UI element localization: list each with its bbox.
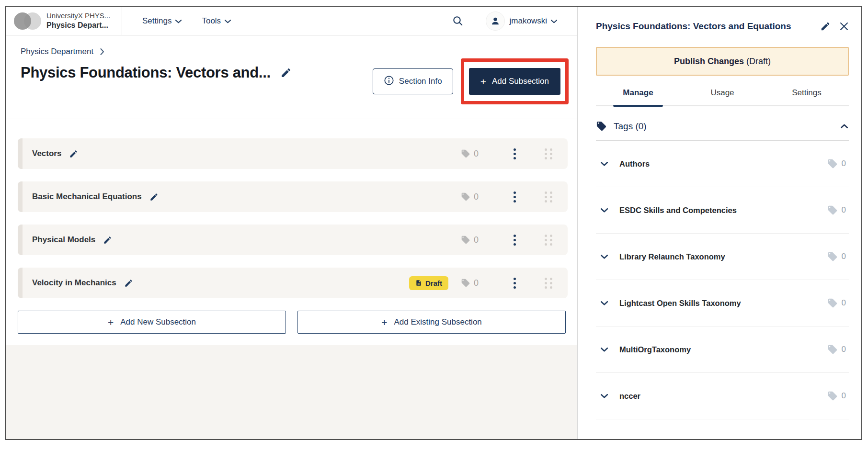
section-info-button[interactable]: Section Info	[373, 68, 453, 94]
top-navigation-bar: UniversityX PHYS... Physics Depart... Se…	[6, 7, 577, 35]
org-name: UniversityX PHYS...	[46, 11, 110, 21]
publish-draft-suffix: (Draft)	[744, 56, 771, 66]
taxonomy-row: nccer 0	[596, 373, 849, 419]
taxonomy-label: nccer	[619, 392, 827, 401]
taxonomy-count-value: 0	[842, 345, 846, 354]
chevron-down-icon[interactable]	[600, 393, 609, 399]
row-options-kebab-icon[interactable]	[510, 233, 520, 248]
tags-section-header: Tags (0)	[596, 121, 849, 141]
edit-subsection-icon[interactable]	[149, 192, 159, 202]
edit-subsection-icon[interactable]	[124, 279, 133, 288]
draft-badge-label: Draft	[425, 279, 442, 287]
chevron-down-icon[interactable]	[600, 161, 609, 167]
publish-changes-button[interactable]: Publish Changes (Draft)	[596, 47, 849, 76]
taxonomy-tag-count: 0	[827, 391, 846, 401]
tag-icon	[596, 121, 607, 132]
subsection-list: Vectors 0 Basic Mechanical Equations 0	[18, 138, 568, 298]
panel-tab-label: Usage	[710, 88, 734, 97]
edit-subsection-icon[interactable]	[103, 236, 112, 245]
avatar	[486, 11, 505, 31]
tag-count-value: 0	[474, 192, 479, 202]
info-icon	[384, 75, 394, 88]
drag-handle-icon[interactable]	[545, 235, 552, 246]
row-options-kebab-icon[interactable]	[510, 190, 520, 204]
chevron-right-icon	[100, 48, 104, 55]
taxonomy-label: Lightcast Open Skills Taxonomy	[619, 299, 827, 308]
taxonomy-tag-count: 0	[827, 344, 846, 355]
publish-changes-label: Publish Changes	[674, 56, 744, 66]
content-footer-backdrop	[6, 345, 577, 439]
subsection-tag-count: 0	[461, 149, 492, 159]
taxonomy-list: Authors 0 ESDC Skills and Competencies 0…	[596, 141, 849, 419]
panel-tabs: Manage Usage Settings	[596, 88, 849, 106]
breadcrumb-link[interactable]: Physics Department	[21, 47, 93, 56]
add-subsection-button[interactable]: + Add Subsection	[469, 68, 560, 95]
org-unit-name: Physics Depart...	[46, 21, 110, 30]
chevron-down-icon	[551, 16, 557, 26]
subsection-label: Physical Models	[32, 235, 95, 245]
taxonomy-label: Library Relaunch Taxonomy	[619, 252, 827, 261]
subsection-tag-count: 0	[461, 278, 492, 288]
taxonomy-row: Authors 0	[596, 141, 849, 187]
tag-icon	[827, 298, 838, 308]
section-title-area: Physics Department Physics Foundations: …	[6, 35, 577, 119]
close-panel-icon[interactable]	[839, 22, 849, 31]
chevron-down-icon[interactable]	[600, 300, 609, 306]
panel-tab-label: Manage	[623, 88, 653, 97]
taxonomy-row: Library Relaunch Taxonomy 0	[596, 234, 849, 280]
tools-menu[interactable]: Tools	[202, 16, 231, 26]
panel-title: Physics Foundations: Vectors and Equatio…	[596, 21, 811, 32]
chevron-up-icon[interactable]	[840, 123, 849, 129]
drag-handle-icon[interactable]	[545, 148, 552, 159]
subsection-label: Basic Mechanical Equations	[32, 192, 142, 202]
add-new-subsection-label: Add New Subsection	[120, 317, 196, 327]
edit-panel-title-icon[interactable]	[820, 21, 831, 32]
add-new-subsection-button[interactable]: + Add New Subsection	[18, 311, 286, 334]
row-options-kebab-icon[interactable]	[510, 146, 520, 161]
org-switcher[interactable]: UniversityX PHYS... Physics Depart...	[6, 7, 122, 35]
tag-icon	[827, 251, 838, 262]
subsection-row: Physical Models 0	[18, 225, 568, 255]
tag-icon	[827, 391, 838, 401]
breadcrumb: Physics Department	[21, 47, 568, 56]
settings-menu[interactable]: Settings	[142, 16, 182, 26]
org-logo	[14, 12, 42, 30]
taxonomy-label: ESDC Skills and Competencies	[619, 206, 827, 215]
chevron-down-icon[interactable]	[600, 207, 609, 214]
taxonomy-count-value: 0	[842, 252, 846, 261]
user-menu[interactable]: jmakowski	[510, 16, 557, 26]
subsection-label: Vectors	[32, 149, 61, 158]
page-title: Physics Foundations: Vectors and...	[21, 64, 271, 81]
tag-count-value: 0	[474, 278, 479, 288]
tag-icon	[827, 158, 838, 169]
annotation-highlight-box: + Add Subsection	[461, 58, 569, 104]
tools-menu-label: Tools	[202, 16, 221, 26]
add-existing-subsection-button[interactable]: + Add Existing Subsection	[297, 311, 566, 334]
tags-side-panel: Physics Foundations: Vectors and Equatio…	[578, 7, 861, 439]
section-info-label: Section Info	[399, 77, 442, 86]
taxonomy-tag-count: 0	[827, 158, 846, 169]
subsection-row: Vectors 0	[18, 138, 568, 169]
edit-subsection-icon[interactable]	[69, 149, 78, 158]
chevron-down-icon[interactable]	[600, 347, 609, 353]
row-options-kebab-icon[interactable]	[510, 276, 520, 291]
edit-title-icon[interactable]	[280, 67, 292, 79]
drag-handle-icon[interactable]	[545, 278, 552, 289]
taxonomy-count-value: 0	[842, 298, 846, 308]
plus-icon: +	[480, 77, 486, 87]
tag-icon	[461, 278, 470, 288]
add-existing-subsection-label: Add Existing Subsection	[394, 317, 481, 327]
taxonomy-count-value: 0	[842, 159, 846, 169]
drag-handle-icon[interactable]	[545, 191, 552, 202]
taxonomy-row: MultiOrgTaxonomy 0	[596, 326, 849, 373]
panel-tab[interactable]: Manage	[596, 88, 680, 105]
panel-tab[interactable]: Settings	[765, 88, 849, 105]
panel-tab[interactable]: Usage	[680, 88, 765, 105]
main-column: UniversityX PHYS... Physics Depart... Se…	[6, 7, 578, 439]
chevron-down-icon[interactable]	[600, 254, 609, 260]
subsection-list-area: Vectors 0 Basic Mechanical Equations 0	[6, 119, 577, 334]
user-menu-label: jmakowski	[510, 16, 547, 26]
draft-status-badge: Draft	[409, 276, 448, 290]
search-icon[interactable]	[452, 15, 464, 27]
tag-icon	[461, 235, 470, 245]
